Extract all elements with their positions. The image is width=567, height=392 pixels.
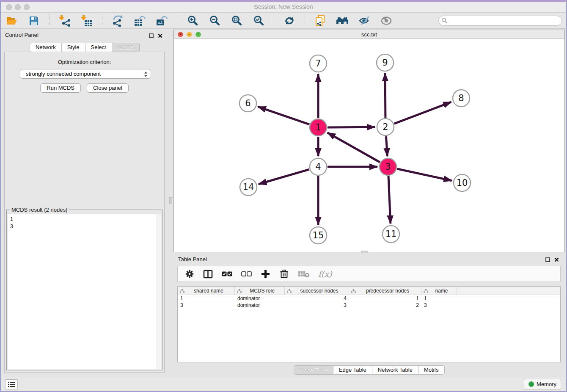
edge-3-11[interactable] [388,176,391,224]
graph-node-4[interactable]: 4 [310,158,327,175]
export-table-icon[interactable] [133,14,146,28]
tab-motifs[interactable]: Motifs [418,365,445,375]
table-cell-name[interactable]: 3 [421,302,457,308]
table-cell-successor-nodes[interactable]: 4 [285,295,349,301]
network-file-icon[interactable] [314,14,327,28]
graph-node-10[interactable]: 10 [454,174,471,191]
table-cell-shared-name[interactable]: 1 [178,295,235,301]
tab-node-table[interactable]: Node Table [294,365,333,375]
node-table-body: 1dominator4113dominator323 [178,295,560,309]
criterion-value: strongly connected component [26,71,101,77]
graph-node-3[interactable]: 3 [380,158,396,175]
float-panel-icon[interactable] [149,32,154,40]
column-header-shared-name[interactable]: shared name [178,287,235,295]
edge-1-2[interactable] [328,127,375,127]
svg-text:14: 14 [243,182,254,192]
edge-2-8[interactable] [394,102,451,124]
result-scrollbar[interactable] [156,214,161,369]
table-cell-successor-nodes[interactable]: 3 [285,302,349,308]
select-all-columns-icon[interactable] [222,271,232,276]
table-cell-mcds-role[interactable]: dominator [235,295,285,301]
show-details-icon[interactable] [380,14,393,28]
apply-layout-icon[interactable] [283,14,296,28]
tab-style[interactable]: Style [62,43,85,52]
network-canvas[interactable]: 1234678910111415 [174,39,564,252]
vertical-splitter-handle[interactable] [169,197,172,204]
home-icon[interactable] [336,14,349,28]
close-panel-icon[interactable] [158,32,162,40]
deselect-all-columns-icon[interactable] [241,271,252,276]
table-settings-gear-icon[interactable] [185,269,194,279]
table-toolbar: f(x) [177,266,561,282]
svg-text:10: 10 [457,178,468,188]
column-header-predecessor-nodes[interactable]: predecessor nodes [349,287,421,295]
task-history-button[interactable] [5,379,18,389]
show-columns-icon[interactable] [203,270,213,279]
criterion-select[interactable]: strongly connected component [20,69,151,79]
search-box [438,16,562,26]
export-image-icon[interactable] [155,14,168,28]
graph-node-9[interactable]: 9 [377,54,394,71]
import-table-icon[interactable] [80,14,94,28]
graph-node-7[interactable]: 7 [310,55,327,72]
tab-mcds[interactable]: MCDS [112,43,140,52]
tab-network[interactable]: Network [30,43,62,52]
memory-button[interactable]: Memory [524,379,561,389]
delete-column-icon[interactable] [279,269,289,279]
table-cell-predecessor-nodes[interactable]: 2 [349,302,421,308]
add-column-icon[interactable] [261,269,270,279]
table-row[interactable]: 1dominator411 [178,295,560,302]
tab-network-table[interactable]: Network Table [372,365,418,375]
graph-node-11[interactable]: 11 [383,226,399,243]
save-session-icon[interactable] [27,14,41,28]
delete-table-icon[interactable] [298,270,309,278]
zoom-selected-icon[interactable] [252,14,265,28]
svg-text:4: 4 [315,162,321,172]
graph-node-2[interactable]: 2 [377,119,394,135]
tab-select[interactable]: Select [85,43,112,52]
search-input[interactable] [438,16,562,26]
export-network-icon[interactable] [111,14,124,28]
import-network-icon[interactable] [58,14,72,28]
close-panel-button[interactable]: Close panel [87,83,129,93]
open-session-icon[interactable] [5,14,19,28]
edge-3-1[interactable] [328,133,380,162]
mcds-result-list[interactable]: 13 [8,214,161,369]
close-table-panel-icon[interactable] [554,256,559,264]
zoom-in-icon[interactable] [186,14,199,28]
column-header-name[interactable]: name [421,287,457,295]
graph-node-15[interactable]: 15 [310,227,327,244]
memory-status-icon [528,381,534,387]
graph-node-14[interactable]: 14 [240,179,257,196]
control-panel-tabs: NetworkStyleSelectMCDS [30,43,140,52]
table-panel: Table Panel [173,254,565,378]
edge-2-3[interactable] [386,136,387,156]
table-panel-title: Table Panel [178,256,207,262]
column-header-mcds-role[interactable]: MCDS role [235,287,285,295]
application-window: Session: New Session [0,0,567,392]
memory-label: Memory [537,381,556,387]
zoom-out-icon[interactable] [208,14,221,28]
graph-node-8[interactable]: 8 [453,90,470,107]
function-builder-icon[interactable]: f(x) [318,269,332,279]
float-table-panel-icon[interactable] [545,256,550,264]
edge-2-9[interactable] [385,73,385,118]
table-cell-mcds-role[interactable]: dominator [235,302,285,308]
zoom-fit-icon[interactable] [230,14,243,28]
graph-node-6[interactable]: 6 [239,95,256,112]
mcds-result-line: 1 [10,215,153,223]
column-header-successor-nodes[interactable]: successor nodes [285,287,349,295]
hide-details-icon[interactable] [358,14,371,28]
run-mcds-button[interactable]: Run MCDS [40,83,81,93]
edge-3-10[interactable] [397,169,452,181]
edge-1-6[interactable] [258,107,310,124]
table-row[interactable]: 3dominator323 [178,302,560,309]
table-cell-name[interactable]: 1 [421,295,457,301]
edge-4-14[interactable] [259,169,309,184]
tab-edge-table[interactable]: Edge Table [333,365,372,375]
horizontal-splitter-handle[interactable] [361,251,368,253]
mcds-result-title: MCDS result (2 nodes) [10,207,69,213]
table-cell-predecessor-nodes[interactable]: 1 [349,295,421,301]
graph-node-1[interactable]: 1 [310,119,327,136]
table-cell-shared-name[interactable]: 3 [178,302,235,308]
